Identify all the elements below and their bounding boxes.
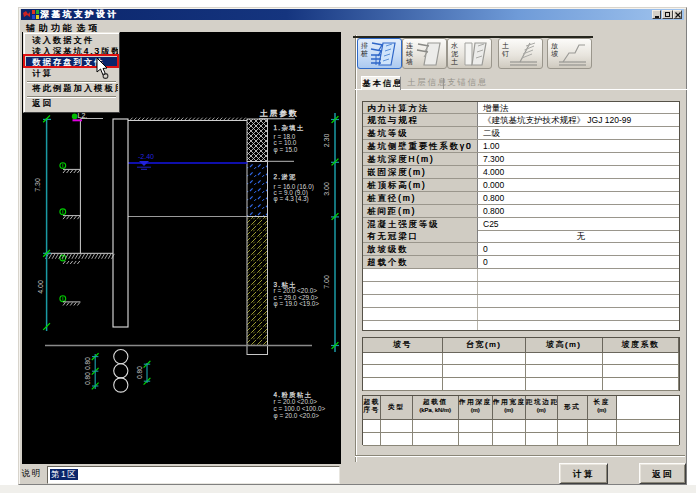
- svg-text:7.00: 7.00: [323, 275, 330, 289]
- svg-text:土层参数: 土层参数: [259, 109, 298, 118]
- svg-text:φ = 4.3 (4.3): φ = 4.3 (4.3): [274, 195, 309, 203]
- svg-text:1.杂填土: 1.杂填土: [274, 124, 305, 131]
- svg-text:4.00: 4.00: [37, 280, 44, 294]
- svg-text:φ = 15.0: φ = 15.0: [274, 146, 298, 154]
- svg-text:2.30: 2.30: [323, 134, 330, 148]
- svg-text:0.80: 0.80: [84, 357, 91, 370]
- svg-text:0.80: 0.80: [84, 372, 91, 385]
- svg-text:0.80: 0.80: [136, 366, 143, 379]
- svg-text:c = 10.0: c = 10.0: [274, 139, 297, 146]
- svg-text:φ = 19.0 <19.0>: φ = 19.0 <19.0>: [274, 300, 320, 308]
- svg-text:L2,: L2,: [78, 112, 88, 119]
- svg-text:2.淤泥: 2.淤泥: [274, 173, 297, 181]
- svg-text:7.30: 7.30: [34, 178, 41, 192]
- svg-text:3.00: 3.00: [323, 182, 330, 196]
- svg-text:φ = 20.0 <20.0>: φ = 20.0 <20.0>: [274, 412, 320, 420]
- svg-text:-2.40: -2.40: [138, 153, 154, 160]
